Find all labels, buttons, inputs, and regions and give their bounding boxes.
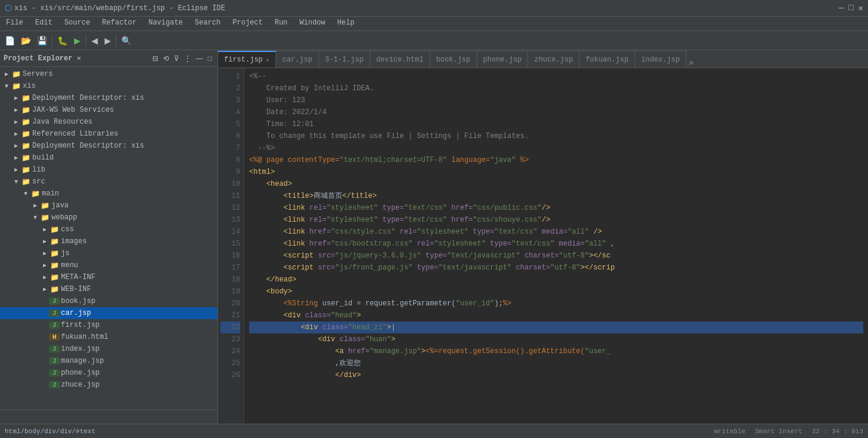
toolbar-search-button[interactable]: 🔍	[119, 33, 134, 48]
menu-item-window[interactable]: Window	[293, 17, 331, 30]
sidebar-item-index-jsp[interactable]: Jindex.jsp	[0, 343, 217, 355]
title-bar-controls[interactable]: — □ ✕	[839, 3, 863, 13]
tree-jsp-icon: J	[49, 345, 60, 353]
toolbar-new-button[interactable]: 📄	[2, 33, 17, 48]
sidebar-item-book-jsp[interactable]: Jbook.jsp	[0, 295, 217, 307]
menu-item-navigate[interactable]: Navigate	[142, 17, 189, 30]
tab-book-jsp[interactable]: book.jsp	[430, 51, 477, 68]
maximize-button[interactable]: □	[848, 3, 853, 13]
sidebar-item-phone-jsp[interactable]: Jphone.jsp	[0, 367, 217, 379]
tree-jsp-icon: J	[49, 369, 60, 376]
tab-car-jsp[interactable]: car.jsp	[276, 51, 318, 68]
sidebar-item-images[interactable]: ▶📁images	[0, 235, 217, 247]
sidebar-item-zhuce-jsp[interactable]: Jzhuce.jsp	[0, 379, 217, 391]
tab-index-jsp[interactable]: index.jsp	[635, 51, 686, 68]
tree-folder-icon: 📁	[49, 273, 60, 282]
tree-item-label: META-INF	[61, 273, 96, 281]
menu-item-source[interactable]: Source	[59, 17, 96, 30]
sidebar-maximize-button[interactable]: □	[206, 54, 214, 63]
toolbar: 📄 📂 💾 🐛 ▶ ◀ ▶ 🔍	[0, 31, 868, 50]
line-number: 26	[220, 369, 240, 381]
toolbar-sep-3	[116, 35, 116, 47]
tree-arrow-icon: ▶	[41, 262, 49, 269]
sidebar-item-menu[interactable]: ▶📁menu	[0, 259, 217, 271]
code-line: <div class="head_zi">|	[249, 321, 863, 333]
sidebar-item-main[interactable]: ▼📁main	[0, 188, 217, 200]
line-number: 4	[220, 106, 240, 118]
menu-item-edit[interactable]: Edit	[29, 17, 59, 30]
tree-item-label: src	[32, 177, 45, 186]
sidebar-item-first-jsp[interactable]: Jfirst.jsp	[0, 319, 217, 331]
toolbar-open-button[interactable]: 📂	[19, 33, 33, 48]
close-button[interactable]: ✕	[858, 3, 863, 13]
sidebar-item-ref-libs[interactable]: ▶📁Referenced Libraries	[0, 128, 217, 140]
sidebar-item-webapp[interactable]: ▼📁webapp	[0, 212, 217, 223]
code-content[interactable]: <%-- Created by IntelliJ IDEA. User: 123…	[244, 68, 868, 424]
tree-folder-icon: 📁	[20, 154, 31, 163]
status-insert-mode: Smart Insert	[755, 428, 802, 435]
toolbar-sep-1	[52, 35, 53, 47]
menu-item-run[interactable]: Run	[269, 17, 294, 30]
tab-zhuce-jsp[interactable]: zhuce.jsp	[528, 51, 579, 68]
line-number: 6	[220, 130, 240, 142]
tab-label: phone.jsp	[483, 56, 522, 64]
sidebar-item-deployment2[interactable]: ▶📁Deployment Descriptor: xis	[0, 140, 217, 152]
sidebar-item-web-inf[interactable]: ▶📁WEB-INF	[0, 283, 217, 295]
code-line: Date: 2022/1/4	[249, 106, 863, 118]
sidebar-item-java[interactable]: ▶📁java	[0, 200, 217, 212]
line-number: 24	[220, 345, 240, 357]
status-bar: html/body/div/div/#text Writable Smart I…	[0, 424, 868, 438]
status-writable: Writable	[714, 428, 746, 435]
tabs-overflow-button[interactable]: »	[686, 58, 696, 68]
sidebar-item-car-jsp[interactable]: Jcar.jsp	[0, 307, 217, 319]
tree-html-icon: H	[49, 333, 60, 341]
toolbar-sep-2	[85, 35, 86, 47]
tree-arrow-icon: ▶	[41, 250, 49, 257]
sidebar-tools: ⊟ ⟲ ⊽ ⋮ — □	[151, 54, 214, 63]
toolbar-save-button[interactable]: 💾	[35, 33, 50, 48]
sidebar-minimize-button[interactable]: —	[194, 54, 205, 63]
sidebar-item-lib[interactable]: ▶📁lib	[0, 164, 217, 176]
tab-3-1-1-jsp[interactable]: 3-1-1.jsp	[319, 51, 370, 68]
status-position: 22 : 34 : 913	[812, 428, 863, 435]
tab-fukuan-jsp[interactable]: fukuan.jsp	[579, 51, 635, 68]
sidebar-item-jaxws[interactable]: ▶📁JAX-WS Web Services	[0, 104, 217, 116]
tree-folder-icon: 📁	[20, 106, 31, 115]
status-breadcrumb: html/body/div/div/#text	[5, 428, 96, 435]
toolbar-run-button[interactable]: ▶	[71, 33, 83, 48]
sidebar-collapse-button[interactable]: ⊟	[151, 54, 160, 63]
tab-close-button[interactable]: ✕	[266, 56, 270, 64]
tab-first-jsp[interactable]: first.jsp✕	[218, 51, 276, 68]
sidebar-item-java-res[interactable]: ▶📁Java Resources	[0, 116, 217, 128]
sidebar-item-js[interactable]: ▶📁js	[0, 247, 217, 259]
code-line: Time: 12:01	[249, 118, 863, 130]
toolbar-back-button[interactable]: ◀	[88, 33, 100, 48]
sidebar-item-deployment[interactable]: ▶📁Deployment Descriptor: xis	[0, 92, 217, 104]
sidebar-link-button[interactable]: ⟲	[161, 54, 171, 63]
menu-item-file[interactable]: File	[0, 17, 29, 30]
sidebar-item-src[interactable]: ▼📁src	[0, 176, 217, 188]
tree-item-label: images	[61, 237, 87, 246]
menu-item-refactor[interactable]: Refactor	[96, 17, 143, 30]
menu-item-project[interactable]: Project	[226, 17, 268, 30]
line-number: 3	[220, 94, 240, 106]
sidebar-item-css[interactable]: ▶📁css	[0, 223, 217, 235]
sidebar-item-xis[interactable]: ▼📁xis	[0, 80, 217, 92]
toolbar-forward-button[interactable]: ▶	[102, 33, 114, 48]
toolbar-debug-button[interactable]: 🐛	[55, 33, 70, 48]
sidebar-item-manage-jsp[interactable]: Jmanage.jsp	[0, 355, 217, 367]
tab-phone-jsp[interactable]: phone.jsp	[477, 51, 529, 68]
sidebar-item-meta-inf[interactable]: ▶📁META-INF	[0, 271, 217, 283]
minimize-button[interactable]: —	[839, 3, 844, 13]
sidebar-item-fukuan-html[interactable]: Hfukuan.html	[0, 331, 217, 343]
sidebar-item-servers[interactable]: ▶📁Servers	[0, 68, 217, 80]
menu-item-search[interactable]: Search	[189, 17, 226, 30]
sidebar-menu-button[interactable]: ⋮	[182, 54, 193, 63]
sidebar-item-build[interactable]: ▶📁build	[0, 152, 217, 164]
tree-item-label: Deployment Descriptor: xis	[32, 142, 144, 150]
code-editor[interactable]: 1234567891011121314151617181920212223242…	[218, 68, 868, 424]
tab-device-html[interactable]: device.html	[370, 51, 430, 68]
sidebar-filter-button[interactable]: ⊽	[172, 54, 181, 63]
menu-item-help[interactable]: Help	[332, 17, 361, 30]
code-line: <head>	[249, 178, 863, 190]
